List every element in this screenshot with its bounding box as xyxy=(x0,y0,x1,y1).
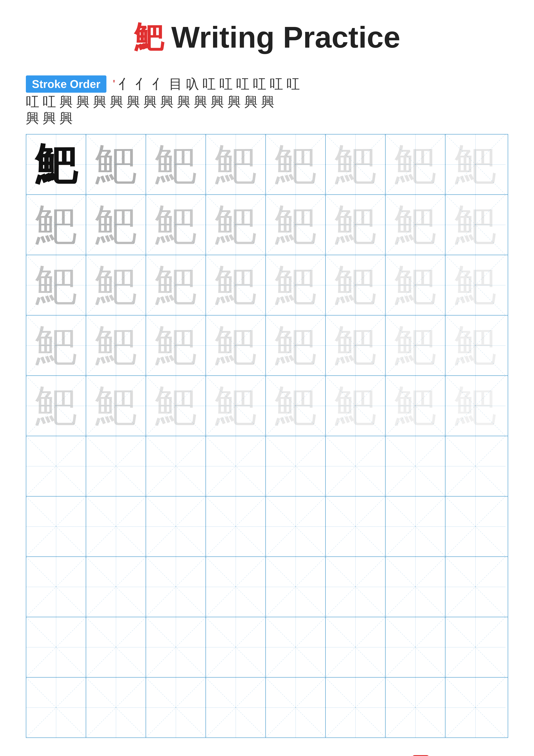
grid-cell-6-0 xyxy=(26,497,86,556)
svg-line-85 xyxy=(146,436,206,496)
svg-line-101 xyxy=(146,497,206,556)
grid-cell-3-4: 䰾 xyxy=(266,315,326,375)
svg-line-133 xyxy=(146,617,206,677)
grid-cell-6-2 xyxy=(146,497,206,556)
svg-line-146 xyxy=(86,678,146,737)
svg-line-118 xyxy=(206,557,266,617)
svg-line-151 xyxy=(206,678,266,737)
svg-line-125 xyxy=(386,557,445,617)
svg-line-82 xyxy=(86,436,146,496)
stroke-s11: 叿 xyxy=(270,77,283,92)
grid-cell-5-5 xyxy=(326,436,386,496)
svg-line-154 xyxy=(326,678,385,737)
svg-line-141 xyxy=(386,617,445,677)
grid-cell-9-4 xyxy=(266,678,326,738)
stroke-s27: 興 xyxy=(261,94,274,109)
svg-line-90 xyxy=(326,436,385,496)
svg-line-129 xyxy=(26,617,86,677)
grid-cell-0-7: 䰾 xyxy=(445,134,505,194)
grid-cell-9-6 xyxy=(386,678,445,738)
stroke-s5: 目 xyxy=(169,77,182,92)
grid-cell-5-1 xyxy=(86,436,146,496)
svg-line-97 xyxy=(26,497,86,556)
grid-cell-6-3 xyxy=(206,497,266,556)
grid-cell-3-2: 䰾 xyxy=(146,315,206,375)
grid-cell-0-3: 䰾 xyxy=(206,134,266,194)
svg-line-159 xyxy=(445,678,505,738)
grid-row-8 xyxy=(26,617,508,678)
svg-line-102 xyxy=(206,497,266,556)
grid-cell-8-0 xyxy=(26,617,86,677)
grid-cell-2-6: 䰾 xyxy=(386,255,445,315)
grid-cell-0-5: 䰾 xyxy=(326,134,386,194)
svg-line-136 xyxy=(266,617,325,677)
svg-line-99 xyxy=(86,497,146,556)
svg-line-138 xyxy=(326,617,385,677)
stroke-s12: 叿 xyxy=(287,77,300,92)
grid-cell-2-5: 䰾 xyxy=(326,255,386,315)
stroke-s22: 興 xyxy=(177,94,191,109)
svg-line-115 xyxy=(86,557,146,617)
stroke-s3: ⺅ xyxy=(135,77,149,92)
grid-row-1: 䰾 䰾 䰾 䰾 䰾 䰾 䰾 䰾 xyxy=(26,195,508,255)
svg-line-124 xyxy=(386,557,445,617)
grid-row-0: 䰾 䰾 䰾 䰾 䰾 䰾 䰾 䰾 xyxy=(26,134,508,195)
stroke-s4: ⺅ xyxy=(152,77,165,92)
grid-cell-3-6: 䰾 xyxy=(386,315,445,375)
footer-logo-icon: 字 xyxy=(412,755,429,756)
svg-line-96 xyxy=(26,497,86,556)
grid-cell-6-4 xyxy=(266,497,326,556)
stroke-s6: 叺 xyxy=(186,77,199,92)
svg-line-110 xyxy=(445,497,505,556)
grid-cell-5-2 xyxy=(146,436,206,496)
stroke-row-1: Stroke Order ' ⺅ ⺅ ⺅ 目 叺 叿 叿 叿 叿 叿 叿 xyxy=(26,75,508,93)
grid-row-5 xyxy=(26,436,508,497)
grid-cell-1-2: 䰾 xyxy=(146,195,206,255)
grid-cell-3-1: 䰾 xyxy=(86,315,146,375)
svg-line-103 xyxy=(206,497,266,556)
svg-line-88 xyxy=(266,436,325,496)
stroke-s23: 興 xyxy=(194,94,207,109)
grid-cell-4-6: 䰾 xyxy=(386,376,445,436)
grid-cell-7-7 xyxy=(445,557,505,617)
svg-line-150 xyxy=(206,678,266,737)
grid-cell-3-0: 䰾 xyxy=(26,315,86,375)
svg-line-84 xyxy=(146,436,206,496)
grid-cell-5-7 xyxy=(445,436,505,496)
grid-cell-3-7: 䰾 xyxy=(445,315,505,375)
svg-line-131 xyxy=(86,617,146,677)
grid-cell-3-3: 䰾 xyxy=(206,315,266,375)
svg-line-113 xyxy=(26,557,86,617)
grid-cell-9-5 xyxy=(326,678,386,738)
svg-line-130 xyxy=(86,617,146,677)
grid-cell-8-1 xyxy=(86,617,146,677)
svg-line-142 xyxy=(445,617,505,677)
title-section: 䰾 Writing Practice xyxy=(26,17,508,58)
svg-line-117 xyxy=(146,557,206,617)
svg-line-106 xyxy=(326,497,385,556)
svg-line-156 xyxy=(386,678,445,737)
svg-line-112 xyxy=(26,557,86,617)
svg-line-144 xyxy=(26,678,86,737)
grid-cell-3-5: 䰾 xyxy=(326,315,386,375)
stroke-s24: 興 xyxy=(211,94,224,109)
grid-cell-0-1: 䰾 xyxy=(86,134,146,194)
grid-cell-4-7: 䰾 xyxy=(445,376,505,436)
svg-line-120 xyxy=(266,557,325,617)
svg-line-83 xyxy=(86,436,146,496)
grid-cell-8-6 xyxy=(386,617,445,677)
stroke-s21: 興 xyxy=(160,94,174,109)
grid-cell-4-5: 䰾 xyxy=(326,376,386,436)
svg-line-148 xyxy=(146,678,206,737)
title-text: Writing Practice xyxy=(171,20,400,54)
grid-cell-1-3: 䰾 xyxy=(206,195,266,255)
svg-line-143 xyxy=(445,617,505,677)
grid-cell-4-0: 䰾 xyxy=(26,376,86,436)
grid-cell-9-3 xyxy=(206,678,266,738)
practice-grid: 䰾 䰾 䰾 䰾 䰾 䰾 䰾 䰾 䰾 䰾 䰾 䰾 䰾 䰾 䰾 xyxy=(26,134,508,738)
grid-row-6 xyxy=(26,497,508,557)
svg-line-94 xyxy=(445,436,505,496)
svg-line-111 xyxy=(445,497,505,556)
svg-line-140 xyxy=(386,617,445,677)
stroke-s29: 興 xyxy=(43,111,56,125)
